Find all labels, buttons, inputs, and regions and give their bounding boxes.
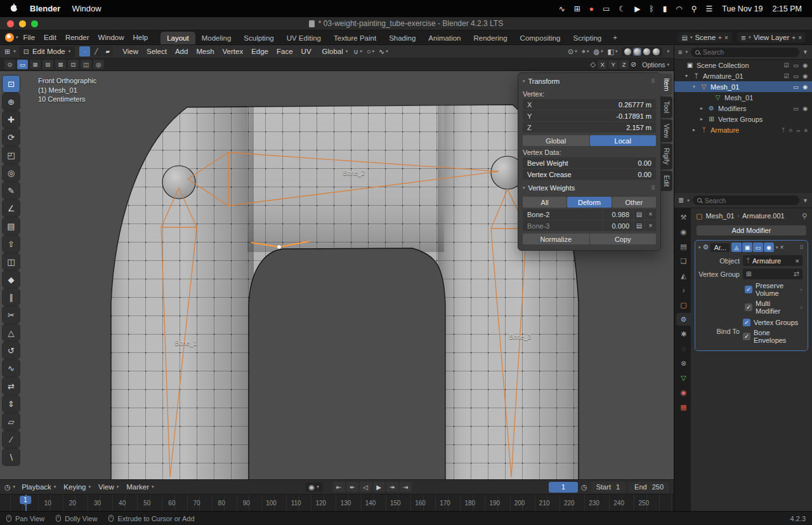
bevel-tool[interactable]: ◆ (3, 271, 20, 288)
material-tab[interactable]: ◉ (676, 386, 691, 399)
viewport-menu[interactable]: View (119, 46, 142, 56)
weight-bone-name[interactable]: Bone-2 (523, 209, 602, 220)
add-modifier-button[interactable]: Add Modifier (696, 225, 807, 236)
edge-slide-tool[interactable]: ⇄ (3, 378, 20, 394)
extrude-region-tool[interactable]: ⇧ (3, 236, 20, 252)
snap-disabled-icon[interactable]: ⊘ (631, 60, 636, 69)
modifier-name-field[interactable]: Ar... (710, 243, 730, 252)
copy-weight-icon[interactable]: ▤ (634, 209, 645, 220)
record-indicator-icon[interactable]: ● (589, 4, 594, 13)
focus-moon-icon[interactable]: ☾ (619, 4, 625, 13)
mirror-axis-button[interactable]: Y (608, 60, 618, 69)
pivot-point-icon[interactable]: ◫ (81, 60, 91, 69)
select-box-tool[interactable]: ⊡ (3, 76, 20, 92)
auto-keying-toggle[interactable]: ◉ ▾ (305, 482, 323, 492)
properties-search-field[interactable] (693, 196, 799, 205)
expand-caret-icon[interactable]: ▾ (683, 73, 690, 79)
edit-mode-toggle[interactable]: ▣ (742, 243, 752, 252)
space-button[interactable]: Local (590, 135, 657, 146)
scale-tool[interactable]: ◰ (3, 147, 20, 163)
filter-icon[interactable]: ▼ (802, 197, 808, 204)
vertex-data-field[interactable]: Vertex Crease 0.00 (523, 169, 656, 180)
shrink-fatten-tool[interactable]: ⇕ (3, 395, 20, 412)
tool-tab[interactable]: ⚒ (676, 211, 691, 223)
expand-caret-icon[interactable]: ▸ (698, 116, 705, 122)
select-new-icon[interactable]: ▭ (17, 60, 28, 69)
visibility-toggle-icons[interactable]: ▭ ◉ (793, 84, 809, 90)
active-tool-icon[interactable]: ⊙ (4, 60, 15, 69)
expand-caret-icon[interactable]: ▸ (698, 105, 705, 111)
play-circle-icon[interactable]: ▶ (634, 4, 640, 13)
spin-tool[interactable]: ↺ (3, 342, 20, 359)
filter-icon[interactable]: ▼ (802, 49, 808, 55)
rotate-tool[interactable]: ⟳ (3, 129, 20, 145)
wifi-icon[interactable]: ◠ (676, 4, 682, 13)
outliner-row[interactable]: ▾ ᛉ Armature_01 ☑ ▭ ◉ (674, 70, 812, 81)
workspace-tab[interactable]: Layout (160, 32, 195, 44)
visibility-toggle-icons[interactable]: ᛉ ◷ ▭ ◉ (782, 127, 809, 133)
topbar-menu[interactable]: Window (94, 32, 129, 43)
snap-with-icon[interactable]: ◎ (93, 60, 104, 69)
physics-tab[interactable]: ◌ (676, 342, 691, 355)
move-tool[interactable]: ✚ (3, 111, 20, 128)
topbar-menu[interactable]: Edit (39, 32, 61, 43)
mirror-axis-button[interactable]: X (598, 60, 607, 69)
display-icon[interactable]: ▭ (603, 4, 610, 13)
workspace-tab[interactable]: Rendering (468, 32, 514, 44)
timeline-menu[interactable]: View▾ (95, 482, 122, 492)
select-intersect-icon[interactable]: ⊡ (68, 60, 79, 69)
view-layer-tab[interactable]: ❏ (676, 255, 691, 267)
delete-modifier-button[interactable]: × (780, 244, 783, 251)
falloff-icon[interactable]: ∿ (379, 48, 384, 56)
spotlight-icon[interactable]: ⚲ (691, 4, 697, 13)
zoom-window-button[interactable] (31, 20, 38, 27)
editor-type-icon[interactable]: ⊞ (4, 48, 10, 56)
weight-filter-tab[interactable]: All (523, 197, 566, 208)
cursor-tool[interactable]: ⊕ (3, 93, 20, 110)
playhead-frame-chip[interactable]: 1 (20, 496, 31, 504)
delete-weight-icon[interactable]: × (645, 209, 656, 220)
wireframe-shading-button[interactable] (624, 48, 632, 56)
output-tab[interactable]: ▤ (676, 240, 691, 253)
view-layer-selector[interactable]: ≣ ▾ View Layer + × (737, 32, 806, 43)
breadcrumb-modifier[interactable]: Armature.001 (742, 212, 785, 220)
bluetooth-icon[interactable]: ᛒ (649, 4, 653, 13)
drag-grip-icon[interactable]: ⠿ (651, 185, 656, 191)
workspace-tab[interactable]: Texture Paint (327, 32, 383, 44)
checkbox[interactable]: ✓ (743, 319, 750, 326)
workspace-tab[interactable]: Compositing (514, 32, 567, 44)
remove-view-layer-button[interactable]: × (798, 34, 802, 41)
modifier-extras-icon[interactable]: ▾ (776, 245, 778, 250)
rip-edge-tool[interactable]: ∖ (3, 449, 20, 465)
proportional-editing-icon[interactable]: ○ (367, 48, 371, 55)
apple-icon[interactable] (10, 3, 18, 14)
modifier-panel-header[interactable]: ▾ ⚙ Ar... ◬▣▭◉ ▾ × ⠿ (695, 241, 808, 254)
weight-value-field[interactable]: 0.000 (603, 220, 633, 231)
frame-end-field[interactable]: End 250 (629, 482, 669, 493)
add-workspace-button[interactable]: + (608, 32, 622, 43)
option-label[interactable]: Bone Envelopes (754, 329, 802, 344)
battery-icon[interactable]: ▮ (663, 4, 667, 13)
expand-caret-icon[interactable]: ▸ (691, 127, 697, 133)
knife-tool[interactable]: ✂ (3, 307, 20, 323)
scene-name[interactable]: Scene (695, 34, 716, 41)
search-input[interactable] (705, 197, 795, 204)
outliner-item-label[interactable]: Scene Collection (697, 62, 749, 69)
screen-mirroring-icon[interactable]: ⊞ (574, 4, 580, 13)
option-label[interactable]: Preserve Volume (756, 282, 797, 297)
current-frame-field[interactable]: 1 (549, 482, 578, 493)
visibility-toggle-icons[interactable]: ☑ ▭ ◉ (784, 73, 809, 79)
vertex-group-field[interactable]: ⊞ ⇄ (743, 269, 802, 279)
clear-object-icon[interactable]: × (796, 257, 799, 265)
sidebar-tab[interactable]: View (660, 119, 672, 143)
particles-tab[interactable]: ✱ (676, 328, 691, 340)
vertex-select-mode-button[interactable]: ∙ (79, 46, 90, 56)
search-input[interactable] (703, 48, 795, 56)
pin-icon[interactable]: ⚲ (802, 212, 807, 220)
inset-faces-tool[interactable]: ◫ (3, 253, 20, 270)
next-keyframe-button[interactable]: ↠ (386, 482, 398, 492)
overlays-icon[interactable]: ◍ (593, 48, 599, 56)
blender-logo-icon[interactable] (5, 33, 14, 42)
scene-tab[interactable]: ◭ (676, 269, 691, 282)
drag-grip-icon[interactable]: ⠿ (651, 78, 656, 84)
